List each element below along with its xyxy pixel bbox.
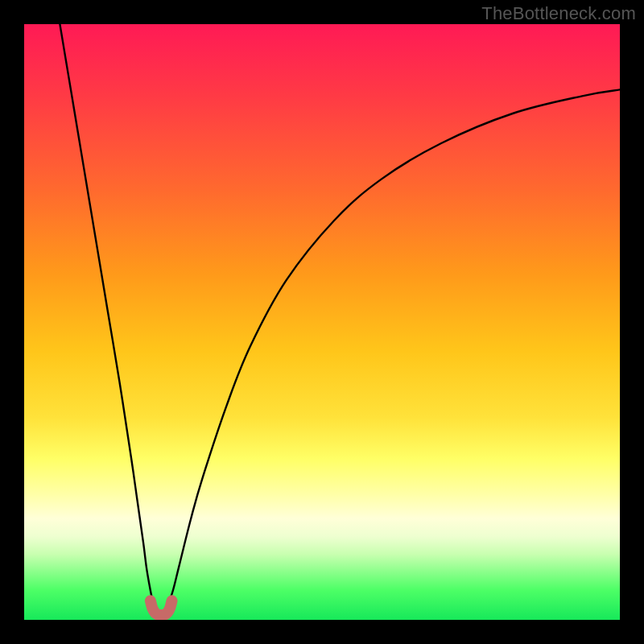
chart-plot-area <box>24 24 620 620</box>
chart-frame: TheBottleneck.com <box>0 0 644 644</box>
chart-curves <box>24 24 620 620</box>
curve-left-branch <box>60 24 155 608</box>
curve-right-branch <box>167 89 620 608</box>
watermark-text: TheBottleneck.com <box>481 3 636 24</box>
valley-marker <box>151 601 172 615</box>
